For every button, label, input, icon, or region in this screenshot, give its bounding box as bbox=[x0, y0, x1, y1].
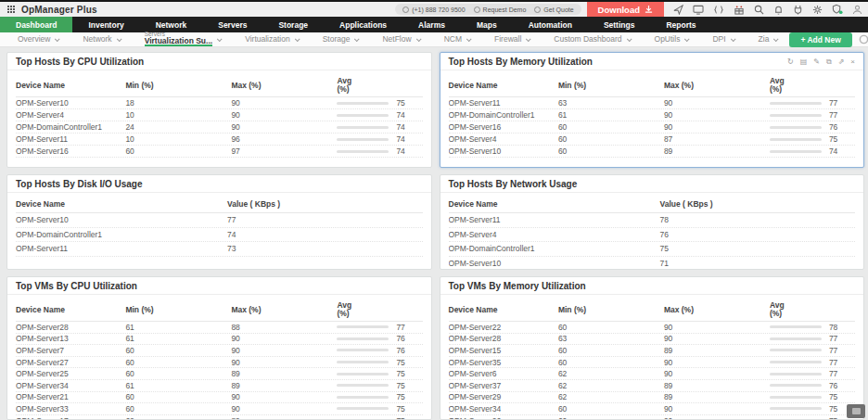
add-new-button[interactable]: + Add New bbox=[789, 32, 851, 47]
chat-widget-button[interactable] bbox=[847, 404, 865, 418]
table-row[interactable]: OPM-DomainController174 bbox=[16, 228, 423, 243]
table-row[interactable]: OPM-Server33609075 bbox=[16, 403, 423, 415]
request-demo-link[interactable]: Request Demo bbox=[474, 6, 527, 13]
table-row[interactable]: OPM-Server29628975 bbox=[449, 392, 856, 404]
device-name-cell[interactable]: OPM-Server7 bbox=[16, 346, 125, 355]
device-name-cell[interactable]: OPM-Server11 bbox=[16, 134, 125, 144]
phone-link[interactable]: (+1) 888 720 9500 bbox=[402, 6, 465, 13]
demo-screen-icon[interactable] bbox=[693, 5, 704, 15]
share-icon[interactable]: ⇗ bbox=[838, 58, 845, 66]
device-name-cell[interactable]: OPM-Server10 bbox=[16, 215, 227, 224]
table-row[interactable]: OPM-Server26609075 bbox=[449, 415, 856, 420]
table-row[interactable]: OPM-Server13619076 bbox=[16, 334, 423, 346]
table-row[interactable]: OPM-Server28639077 bbox=[449, 334, 856, 346]
table-row[interactable]: OPM-Server22609078 bbox=[449, 322, 856, 334]
device-name-cell[interactable]: OPM-DomainController1 bbox=[16, 230, 227, 239]
nav-tab-settings[interactable]: Settings bbox=[588, 17, 651, 32]
device-name-cell[interactable]: OPM-Server6 bbox=[449, 369, 558, 378]
device-name-cell[interactable]: OPM-Server33 bbox=[16, 404, 125, 414]
table-row[interactable]: OPM-Server34618975 bbox=[16, 380, 423, 392]
app-launcher-icon[interactable] bbox=[7, 6, 15, 13]
nav-tab-inventory[interactable]: Inventory bbox=[72, 17, 139, 32]
nav-tab-dashboard[interactable]: Dashboard bbox=[0, 17, 72, 32]
table-row[interactable]: OPM-Server16609774 bbox=[16, 146, 423, 158]
device-name-cell[interactable]: OPM-Server34 bbox=[449, 404, 558, 414]
table-row[interactable]: OPM-Server21609075 bbox=[16, 392, 423, 404]
device-name-cell[interactable]: OPM-Server11 bbox=[449, 215, 660, 224]
dashboard-tab-custom-dashboard[interactable]: Custom Dashboard bbox=[542, 32, 642, 46]
device-name-cell[interactable]: OPM-Server37 bbox=[449, 381, 558, 390]
table-row[interactable]: OPM-Server15608977 bbox=[449, 345, 856, 357]
table-row[interactable]: OPM-DomainController1249074 bbox=[16, 121, 423, 134]
device-name-cell[interactable]: OPM-Server4 bbox=[449, 134, 558, 144]
table-row[interactable]: OPM-Server25608975 bbox=[16, 368, 423, 380]
device-name-cell[interactable]: OPM-DomainController1 bbox=[16, 122, 125, 132]
dashboard-tab-ncm[interactable]: NCM bbox=[432, 32, 482, 46]
table-row[interactable]: OPM-Server11639077 bbox=[449, 97, 856, 109]
device-name-cell[interactable]: OPM-Server26 bbox=[449, 416, 558, 420]
device-name-cell[interactable]: OPM-Server34 bbox=[16, 381, 125, 390]
security-shield-icon[interactable] bbox=[832, 4, 843, 15]
table-row[interactable]: OPM-DomainController175 bbox=[449, 242, 856, 257]
table-row[interactable]: OPM-Server28618877 bbox=[16, 322, 423, 334]
rewards-icon[interactable] bbox=[734, 5, 745, 15]
user-icon[interactable] bbox=[852, 5, 862, 15]
device-name-cell[interactable]: OPM-Server16 bbox=[449, 122, 558, 132]
device-name-cell[interactable]: OPM-Server27 bbox=[16, 358, 125, 367]
nav-tab-alarms[interactable]: Alarms bbox=[402, 17, 461, 32]
table-row[interactable]: OPM-Server34609075 bbox=[449, 403, 856, 415]
device-name-cell[interactable]: OPM-Server4 bbox=[16, 110, 125, 120]
plugin-icon[interactable] bbox=[793, 5, 803, 15]
device-name-cell[interactable]: OPM-Server15 bbox=[449, 346, 558, 355]
nav-tab-applications[interactable]: Applications bbox=[324, 17, 402, 32]
device-name-cell[interactable]: OPM-Server17 bbox=[16, 416, 125, 420]
table-row[interactable]: OPM-Server1178 bbox=[449, 213, 856, 228]
table-row[interactable]: OPM-Server16609076 bbox=[449, 121, 856, 134]
clone-icon[interactable]: ⧉ bbox=[826, 58, 832, 66]
launcher-icon[interactable] bbox=[673, 5, 683, 15]
device-name-cell[interactable]: OPM-DomainController1 bbox=[449, 244, 660, 253]
table-row[interactable]: OPM-Server476 bbox=[449, 228, 856, 243]
search-icon[interactable] bbox=[754, 5, 764, 15]
download-button[interactable]: Download bbox=[587, 2, 664, 17]
device-name-cell[interactable]: OPM-Server22 bbox=[449, 323, 558, 332]
nav-tab-reports[interactable]: Reports bbox=[650, 17, 711, 32]
device-name-cell[interactable]: OPM-Server21 bbox=[16, 392, 125, 401]
table-row[interactable]: OPM-Server4608775 bbox=[449, 134, 856, 146]
device-name-cell[interactable]: OPM-Server28 bbox=[449, 334, 558, 343]
dashboard-tab-oputils[interactable]: OpUtils bbox=[643, 32, 701, 46]
device-name-cell[interactable]: OPM-Server11 bbox=[449, 98, 558, 108]
device-name-cell[interactable]: OPM-Server28 bbox=[16, 323, 125, 332]
help-circle-icon[interactable] bbox=[859, 34, 868, 45]
settings-gear-icon[interactable] bbox=[812, 5, 823, 15]
device-name-cell[interactable]: OPM-Server16 bbox=[16, 146, 125, 156]
notifications-icon[interactable] bbox=[773, 5, 784, 15]
table-row[interactable]: OPM-Server1071 bbox=[449, 257, 856, 271]
device-name-cell[interactable]: OPM-Server4 bbox=[449, 230, 660, 239]
dashboard-tab-network[interactable]: Network bbox=[70, 32, 132, 46]
table-row[interactable]: OPM-Server17628975 bbox=[16, 415, 423, 420]
device-name-cell[interactable]: OPM-Server29 bbox=[449, 392, 558, 401]
dashboard-tab-firewall[interactable]: Firewall bbox=[482, 32, 542, 46]
dashboard-tab-netflow[interactable]: NetFlow bbox=[370, 32, 431, 46]
code-icon[interactable] bbox=[713, 5, 724, 15]
dashboard-tab-virtualization-su-[interactable]: ServersVirtualization Su... bbox=[133, 32, 234, 46]
dashboard-tab-overview[interactable]: Overview bbox=[6, 32, 70, 46]
nav-tab-automation[interactable]: Automation bbox=[513, 17, 588, 32]
dashboard-tab-virtualization[interactable]: Virtualization bbox=[233, 32, 311, 46]
delete-icon[interactable]: × bbox=[850, 58, 855, 66]
table-row[interactable]: OPM-Server11109674 bbox=[16, 134, 423, 146]
table-row[interactable]: OPM-Server4109074 bbox=[16, 109, 423, 121]
edit-icon[interactable]: ✎ bbox=[813, 58, 820, 66]
nav-tab-maps[interactable]: Maps bbox=[461, 17, 513, 32]
table-row[interactable]: OPM-Server7609076 bbox=[16, 345, 423, 357]
nav-tab-storage[interactable]: Storage bbox=[262, 17, 324, 32]
table-row[interactable]: OPM-Server10608974 bbox=[449, 146, 856, 158]
table-row[interactable]: OPM-Server6629077 bbox=[449, 368, 856, 380]
dashboard-tab-storage[interactable]: Storage bbox=[311, 32, 371, 46]
report-icon[interactable]: ▤ bbox=[800, 58, 808, 66]
device-name-cell[interactable]: OPM-Server25 bbox=[16, 369, 125, 378]
device-name-cell[interactable]: OPM-Server10 bbox=[449, 146, 558, 156]
device-name-cell[interactable]: OPM-Server11 bbox=[16, 244, 227, 253]
table-row[interactable]: OPM-Server35609077 bbox=[449, 357, 856, 369]
